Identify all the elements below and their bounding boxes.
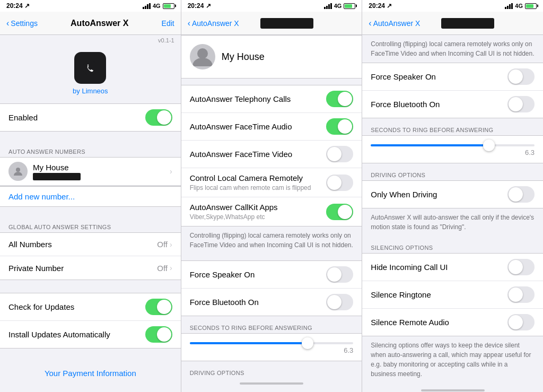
back-button-panel3[interactable]: ‹ AutoAnswer X <box>369 19 420 28</box>
camera-info-text: Controlling (flipping) local camera remo… <box>181 227 362 254</box>
silence-ringtone-label: Silence Ringtone <box>371 290 507 299</box>
panel2-content: My House AutoAnswer Telephony Calls Auto… <box>181 35 362 392</box>
force-speaker-label-p3: Force Speaker On <box>371 72 507 81</box>
panel1-content: v0.1-1 by Limneos Enabled AUTO <box>0 35 181 392</box>
slider-fill-p3 <box>371 144 488 146</box>
edit-button[interactable]: Edit <box>162 19 174 28</box>
status-icons-panel3: 4G <box>505 3 537 9</box>
slider-row-p3: 6.3 <box>362 135 543 163</box>
local-camera-toggle[interactable] <box>326 175 353 191</box>
payment-link[interactable]: Your Payment Information <box>0 361 181 385</box>
private-number-row[interactable]: Private Number Off › <box>0 256 181 280</box>
slider-thumb-p3[interactable] <box>483 140 495 151</box>
nav-bar-panel2: ‹ AutoAnswer X <box>181 12 362 35</box>
only-driving-label: Only When Driving <box>371 190 507 199</box>
phone-icon <box>81 58 100 77</box>
svg-point-1 <box>16 168 20 172</box>
check-updates-label: Check for Updates <box>8 302 145 311</box>
nav-bar-panel3: ‹ AutoAnswer X <box>362 12 543 35</box>
panel3-content: Controlling (flipping) local camera remo… <box>362 35 543 392</box>
callkit-sublabel: Viber,Skype,WhatsApp etc <box>190 213 327 221</box>
force-group-panel3: Force Speaker On Force Bluetooth On <box>362 63 543 118</box>
back-label-panel2: AutoAnswer X <box>192 19 239 28</box>
nav-redacted-panel2 <box>260 18 313 29</box>
silencing-section-label: SILENCING OPTIONS <box>362 236 543 253</box>
facetime-video-row: AutoAnswer FaceTime Video <box>181 141 362 168</box>
local-camera-label: Control Local Camera Remotely <box>190 173 303 182</box>
facetime-audio-toggle[interactable] <box>326 118 353 135</box>
silence-remote-label: Silence Remote Audio <box>371 318 507 327</box>
contact-row[interactable]: My House › <box>0 158 181 186</box>
driving-section-label-p3: DRIVING OPTIONS <box>362 163 543 180</box>
silence-ringtone-toggle[interactable] <box>507 286 535 303</box>
facetime-audio-label: AutoAnswer FaceTime Audio <box>190 122 292 131</box>
telephony-toggle[interactable] <box>326 91 353 107</box>
facetime-video-toggle[interactable] <box>326 146 353 162</box>
signal-icon <box>143 3 151 9</box>
auto-updates-toggle[interactable] <box>145 326 172 343</box>
back-button-panel2[interactable]: ‹ AutoAnswer X <box>188 19 239 28</box>
facetime-audio-row: AutoAnswer FaceTime Audio <box>181 113 362 141</box>
telephony-label: AutoAnswer Telephony Calls <box>190 94 291 103</box>
force-bluetooth-row-p2: Force Bluetooth On <box>181 289 362 316</box>
all-numbers-label: All Numbers <box>8 240 157 249</box>
private-number-value: Off <box>157 264 168 273</box>
driving-info-text: AutoAnswer X will auto-answer the call o… <box>362 208 543 236</box>
slider-section-label-p2: SECONDS TO RING BEFORE ANSWERING <box>181 316 362 333</box>
contact-number-redacted <box>33 173 81 180</box>
profile-name: My House <box>222 51 265 63</box>
check-updates-row: Check for Updates <box>0 293 181 321</box>
private-number-label: Private Number <box>8 264 157 273</box>
force-speaker-toggle-p3[interactable] <box>507 68 535 85</box>
updates-group: Check for Updates Install Updates Automa… <box>0 293 181 349</box>
private-number-chevron: › <box>170 264 172 272</box>
enabled-toggle[interactable] <box>145 109 172 126</box>
network-label: 4G <box>153 3 161 9</box>
callkit-toggle[interactable] <box>326 204 353 220</box>
force-bluetooth-toggle-p2[interactable] <box>326 294 353 310</box>
callkit-row: AutoAnswer CallKit Apps Viber,Skype,What… <box>181 197 362 226</box>
slider-thumb-p2[interactable] <box>302 337 313 349</box>
slider-track-p2[interactable] <box>190 342 354 344</box>
add-number-link[interactable]: Add new number... <box>0 186 181 207</box>
back-button-panel1[interactable]: ‹ Settings <box>6 19 38 28</box>
status-bar-panel2: 20:24 ↗ 4G <box>181 0 363 12</box>
app-icon-section: by Limneos <box>0 43 181 103</box>
profile-avatar <box>190 44 215 69</box>
home-indicator-3 <box>421 389 485 391</box>
silencing-group: Hide Incoming Call UI Silence Ringtone S… <box>362 253 543 336</box>
nav-title-panel1: AutoAnswer X <box>71 19 128 28</box>
status-bars-row: 20:24 ↗ 4G 20:24 ↗ 4G 20:24 ↗ 4G <box>0 0 543 12</box>
signal-icon-2 <box>324 3 332 9</box>
contact-info: My House <box>33 163 170 180</box>
chevron-left-icon: ‹ <box>6 19 9 28</box>
force-speaker-label-p2: Force Speaker On <box>190 270 327 279</box>
only-driving-toggle[interactable] <box>507 186 535 203</box>
contact-avatar <box>8 162 28 181</box>
network-label-3: 4G <box>515 3 523 9</box>
hide-call-ui-toggle[interactable] <box>507 259 535 275</box>
force-bluetooth-toggle-p3[interactable] <box>507 96 535 112</box>
auto-answer-group: My House › <box>0 157 181 186</box>
time-panel2: 20:24 ↗ <box>188 2 211 10</box>
silencing-info-text: Silencing options offer ways to keep the… <box>362 336 543 383</box>
driving-group: Only When Driving <box>362 180 543 208</box>
all-numbers-row[interactable]: All Numbers Off › <box>0 233 181 256</box>
profile-row[interactable]: My House <box>181 35 362 79</box>
global-group: All Numbers Off › Private Number Off › <box>0 232 181 280</box>
slider-track-p3[interactable] <box>371 144 535 146</box>
silence-remote-toggle[interactable] <box>507 314 535 330</box>
hide-call-ui-row: Hide Incoming Call UI <box>362 254 543 281</box>
network-label-2: 4G <box>334 3 342 9</box>
force-speaker-toggle-p2[interactable] <box>326 266 353 283</box>
slider-value-p2: 6.3 <box>190 346 354 354</box>
check-updates-toggle[interactable] <box>145 299 172 315</box>
svg-point-2 <box>197 48 208 59</box>
enabled-row: Enabled <box>0 104 181 131</box>
autoanswer-settings-group: AutoAnswer Telephony Calls AutoAnswer Fa… <box>181 85 362 227</box>
slider-fill-p2 <box>190 342 308 344</box>
force-group-panel2: Force Speaker On Force Bluetooth On <box>181 260 362 316</box>
app-developer: by Limneos <box>73 87 108 95</box>
profile-person-icon <box>190 44 215 69</box>
auto-answer-section-label: AUTO ANSWER NUMBERS <box>0 144 181 157</box>
